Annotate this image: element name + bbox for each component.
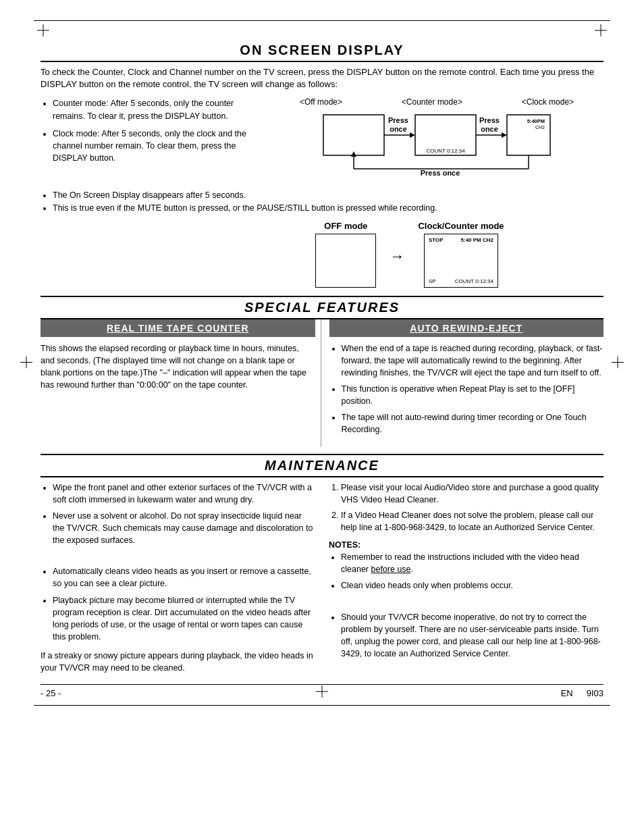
svg-text:CH2: CH2 (535, 125, 545, 130)
notes-bullet-2: Clean video heads only when problems occ… (341, 579, 603, 592)
osd-bullets-section: Counter mode: After 5 seconds, only the … (41, 97, 263, 182)
off-mode-box (315, 234, 376, 288)
svg-rect-4 (323, 115, 384, 155)
page-number: - 25 - (41, 688, 61, 698)
notes-label: NOTES: (329, 539, 603, 551)
time-ch-text: 5:40 PM CH2 (461, 237, 493, 243)
maintenance-grid: Wipe the front panel and other exterior … (41, 481, 603, 675)
notes-bullet-1: Remember to read the instructions includ… (341, 551, 603, 575)
auto-rewind-bullet-2: This function is operative when Repeat P… (342, 383, 604, 407)
svg-text:once: once (390, 125, 407, 133)
maintenance-bullet-2: Never use a solvent or alcohol. Do not s… (53, 510, 315, 546)
maintenance-title: MAINTENANCE (41, 454, 603, 477)
reg-mark-top-right (595, 24, 607, 38)
maintenance-streak-text: If a streaky or snowy picture appears du… (41, 650, 315, 674)
reg-mark-right (612, 356, 624, 370)
counter-mode-label: <Counter mode> (402, 97, 462, 107)
clock-counter-box: STOP 5:40 PM CH2 SP COUNT 0:12:34 (424, 234, 498, 288)
real-time-text: This shows the elapsed recording or play… (41, 342, 315, 392)
auto-rewind-column: AUTO REWIND-EJECT When the end of a tape… (321, 319, 604, 447)
auto-rewind-text: When the end of a tape is reached during… (329, 342, 604, 436)
maintenance-step-2: If a Video Head Cleaner does not solve t… (341, 509, 603, 533)
intro-text: To check the Counter, Clock and Channel … (41, 66, 603, 90)
reg-mark-top-left (37, 24, 49, 38)
svg-text:COUNT 0:12:34: COUNT 0:12:34 (426, 148, 465, 154)
real-time-header: REAL TIME TAPE COUNTER (41, 319, 315, 337)
final-bullet: Should your TV/VCR become inoperative, d… (341, 611, 603, 660)
off-mode-title: OFF mode (324, 221, 367, 231)
reg-mark-left (20, 356, 32, 370)
clock-mode-label: <Clock mode> (522, 97, 574, 107)
maintenance-col-1: Wipe the front panel and other exterior … (41, 481, 315, 675)
osd-bullet-4: This is true even if the MUTE button is … (53, 202, 603, 214)
special-features-title: SPECIAL FEATURES (41, 296, 603, 319)
maintenance-bullet-3: Automatically cleans video heads as you … (53, 565, 315, 590)
features-grid: REAL TIME TAPE COUNTER This shows the el… (41, 319, 603, 447)
svg-text:once: once (481, 125, 498, 133)
osd-bullet-3: The On Screen Display disappears after 5… (53, 189, 603, 201)
off-mode-label: <Off mode> (300, 97, 342, 107)
lang-code: EN (561, 688, 573, 698)
auto-rewind-header: AUTO REWIND-EJECT (329, 319, 604, 337)
real-time-column: REAL TIME TAPE COUNTER This shows the el… (41, 319, 321, 447)
count-text: COUNT 0:12:34 (455, 278, 493, 284)
svg-marker-8 (410, 132, 415, 138)
maintenance-bullet-1: Wipe the front panel and other exterior … (53, 481, 315, 506)
osd-flow-diagram: Press once COUNT 0:12:34 Press once 5:40… (322, 108, 552, 182)
osd-extra-bullets: The On Screen Display disappears after 5… (41, 189, 603, 213)
page-title: ON SCREEN DISPLAY (41, 40, 603, 62)
reg-mark-bottom-center (316, 685, 328, 700)
maintenance-bullet-4: Playback picture may become blurred or i… (53, 594, 315, 644)
doc-code: 9I03 (587, 688, 603, 698)
arrow-icon: → (390, 221, 404, 265)
maintenance-step-1: Please visit your local Audio/Video stor… (341, 481, 603, 506)
stop-text: STOP (429, 237, 444, 243)
svg-text:Press: Press (388, 116, 408, 124)
svg-text:Press: Press (479, 116, 500, 124)
svg-text:Press once: Press once (421, 169, 460, 177)
maintenance-col-2: Please visit your local Audio/Video stor… (329, 481, 603, 675)
sp-text: SP (429, 278, 436, 284)
svg-marker-14 (502, 132, 507, 138)
osd-bullet-1: Counter mode: After 5 seconds, only the … (53, 97, 263, 122)
auto-rewind-bullet-3: The tape will not auto-rewind during tim… (342, 411, 604, 436)
svg-text:5:40PM: 5:40PM (527, 118, 545, 124)
clock-counter-section: Clock/Counter mode STOP 5:40 PM CH2 SP C… (418, 221, 504, 288)
auto-rewind-bullet-1: When the end of a tape is reached during… (342, 342, 604, 379)
off-mode-section: OFF mode (315, 221, 376, 288)
osd-bullet-2: Clock mode: After 5 seconds, only the cl… (53, 128, 263, 164)
osd-diagram: <Off mode> <Counter mode> <Clock mode> P… (270, 97, 603, 182)
clock-counter-title: Clock/Counter mode (418, 221, 504, 231)
